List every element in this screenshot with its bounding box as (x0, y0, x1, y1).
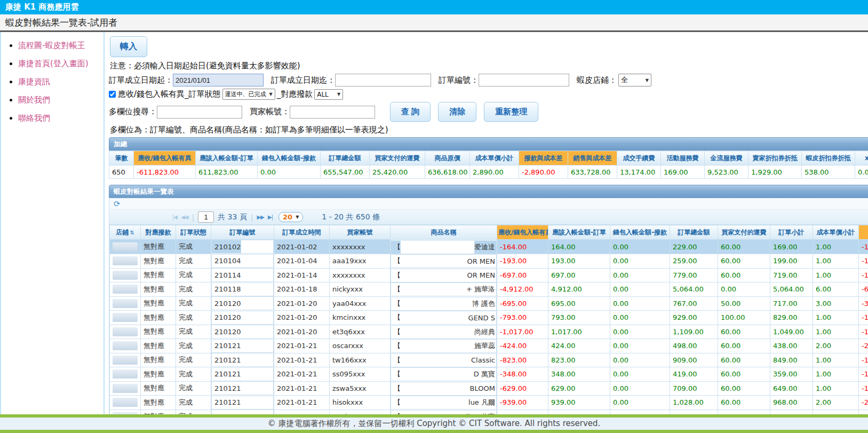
shop-select[interactable]: 全 ▼ (618, 74, 651, 86)
results-column-header[interactable]: 訂單狀態 (176, 225, 211, 240)
table-row[interactable]: 無對應完成2101202021-01-20yaa04xxx【博 護色-695.0… (110, 296, 868, 311)
results-column-header[interactable]: 錢包入帳金額-撥款 (610, 225, 670, 240)
multi-search-input[interactable] (157, 106, 242, 119)
results-column-header[interactable]: 訂單成立時間 (274, 225, 330, 240)
table-row[interactable]: 無對應完成2101222021-01-22noviaxxx【lker 萬寶-83… (110, 410, 868, 414)
censored-shop-name (113, 398, 138, 407)
censored-shop-name (113, 369, 138, 379)
cell-shop (110, 282, 141, 297)
cell-payout-cost-diff: -1. (859, 240, 868, 254)
totals-column-header: 應該入帳金額-訂單 (196, 151, 258, 166)
cell-wallet-amount: 0.00 (610, 396, 670, 410)
cell-payout-match: 無對應 (141, 367, 176, 382)
sidebar-link[interactable]: 康捷首頁(登入畫面) (18, 59, 89, 68)
search-button[interactable]: 查 詢 (390, 102, 431, 122)
product-name-right-fragment: GEND S (468, 314, 496, 322)
cell-order-status: 完成 (176, 311, 211, 325)
table-row[interactable]: 無對應完成2101022021-01-02xxxxxxxx【爱迪達-164.00… (110, 240, 868, 254)
cell-order-total: 498.00 (670, 339, 718, 353)
order-no-input[interactable] (479, 74, 569, 86)
refresh-icon[interactable]: ⟳ (114, 199, 121, 209)
results-column-header[interactable]: 應該入帳金額-訂單 (548, 225, 610, 240)
order-status-select[interactable]: 運送中、已完成 ▼ (222, 89, 275, 100)
cell-order-status: 完成 (176, 367, 211, 382)
date-from-input[interactable] (173, 74, 264, 86)
table-row[interactable]: 無對應完成2101182021-01-18nickyxxx【+ 施華洛-4,91… (110, 282, 868, 297)
record-range-label: 1 - 20 共 650 條 (322, 212, 380, 222)
results-column-header[interactable]: 訂單總金額 (670, 225, 718, 240)
table-row[interactable]: 無對應完成2101042021-01-04aaa19xxx【OR MEN-193… (110, 254, 868, 269)
cell-expected-amount: 424.00 (548, 339, 610, 353)
table-row[interactable]: 無對應完成2101212021-01-21ss095xxx【D 萬寶-348.0… (110, 367, 868, 382)
sidebar-link[interactable]: 關於我們 (18, 95, 50, 105)
sidebar-link[interactable]: 聯絡我們 (18, 113, 50, 123)
table-row[interactable]: 無對應完成2101202021-01-20kmcinxxx【GEND S-793… (110, 311, 868, 325)
refresh-button[interactable]: 重新整理 (484, 102, 538, 122)
filter-row-status: 應收/錢包入帳有異_訂單狀態 運送中、已完成 ▼ _對應撥款 ALL ▼ (109, 89, 868, 100)
cell-buyer-shipping: 60.00 (718, 353, 770, 367)
order-number-prefix: 210121 (214, 356, 241, 364)
layout: 流程圖-蝦皮對帳王康捷首頁(登入畫面)康捷資訊關於我們聯絡我們 轉入 注意：必須… (0, 32, 868, 414)
product-name-right-fragment: lue 凡爾 (468, 398, 496, 407)
sidebar-link[interactable]: 康捷資訊 (18, 77, 50, 86)
table-row[interactable]: 無對應完成2101212021-01-21zswa5xxx【BLOOM-629.… (110, 381, 868, 396)
results-column-header[interactable]: 買家帳號 (330, 225, 391, 240)
date-to-input[interactable] (335, 74, 431, 86)
product-name-right-fragment: + 施華洛 (466, 285, 496, 294)
order-number-prefix: 210120 (214, 328, 241, 336)
results-column-header[interactable]: 撥款與成本差 (859, 225, 868, 240)
diff-checkbox[interactable] (109, 91, 116, 98)
results-column-header[interactable]: 買家支付的運費 (718, 225, 770, 240)
clear-button[interactable]: 清除 (438, 102, 476, 122)
cell-buyer-account: noviaxxx (330, 410, 391, 414)
page-size-select[interactable]: 20 ▼ (278, 212, 303, 222)
sidebar-link[interactable]: 流程圖-蝦皮對帳王 (18, 41, 85, 50)
cell-payout-match: 無對應 (141, 282, 176, 297)
cell-order-subtotal: 829.00 (770, 311, 813, 325)
cell-order-total: 1,109.00 (670, 325, 718, 339)
table-row[interactable]: 無對應完成2101212021-01-21hisokxxx【lue 凡爾-939… (110, 396, 868, 410)
results-column-header[interactable]: 成本單價小計 (813, 225, 859, 240)
table-row[interactable]: 無對應完成2101212021-01-21oscarxxx【施華蕊-424.00… (110, 339, 868, 353)
date-notice: 注意：必須輸入日期起始日(避免資料量太多影響效能) (110, 61, 868, 71)
prev-page-icon[interactable]: ◀◀ (181, 214, 188, 220)
censored-area (401, 340, 474, 352)
cell-order-number: 210122 (211, 410, 274, 414)
cell-cost-subtotal: 1.00 (813, 325, 859, 339)
import-button[interactable]: 轉入 (110, 36, 147, 57)
cell-receivable-diff: -1,017.00 (497, 325, 548, 339)
cell-shop (110, 296, 141, 311)
last-page-icon[interactable]: ▶| (268, 214, 273, 220)
results-column-header[interactable]: 店鋪⇅ (110, 225, 141, 240)
next-page-icon[interactable]: ▶▶ (257, 214, 264, 220)
cell-payout-match: 無對應 (141, 396, 176, 410)
censored-area (241, 340, 273, 352)
page-number-input[interactable] (198, 211, 214, 223)
payout-select[interactable]: ALL ▼ (314, 89, 343, 100)
results-column-header[interactable]: 應收/錢包入帳有異 (497, 225, 548, 240)
results-column-header[interactable]: 商品名稱 (391, 225, 497, 240)
results-column-header[interactable]: 訂單編號 (211, 225, 274, 240)
cell-order-subtotal: 849.00 (770, 353, 813, 367)
cell-buyer-shipping: 100.00 (718, 311, 770, 325)
results-table: 店鋪⇅對應撥款訂單狀態訂單編號訂單成立時間買家帳號商品名稱應收/錢包入帳有異應該… (109, 225, 868, 414)
cell-order-created: 2021-01-21 (274, 367, 330, 382)
censored-area (401, 241, 474, 254)
totals-column-header: 活動服務費 (661, 151, 705, 166)
buyer-account-input[interactable] (290, 106, 375, 119)
first-page-icon[interactable]: |◀ (172, 214, 177, 220)
censored-area (241, 353, 273, 366)
totals-value: 9,523.00 (705, 166, 748, 179)
results-column-header[interactable]: 訂單小計 (770, 225, 813, 240)
cell-payout-cost-diff: -2. (859, 396, 868, 410)
cell-payout-cost-diff: -1. (859, 268, 868, 282)
results-column-header[interactable]: 對應撥款 (141, 225, 176, 240)
sidebar-item: 康捷首頁(登入畫面) (18, 59, 103, 69)
cell-receivable-diff: -823.00 (497, 353, 548, 367)
table-row[interactable]: 無對應完成2101142021-01-14xxxxxxxx【OR MEN-697… (110, 268, 868, 282)
sidebar-list: 流程圖-蝦皮對帳王康捷首頁(登入畫面)康捷資訊關於我們聯絡我們 (1, 41, 103, 123)
table-row[interactable]: 無對應完成2101202021-01-20et3q6xxx【尚經典-1,017.… (110, 325, 868, 339)
sort-icon[interactable]: ⇅ (130, 230, 134, 235)
totals-value: 25,420.00 (370, 166, 425, 179)
table-row[interactable]: 無對應完成2101212021-01-21tw166xxx【Classic-82… (110, 353, 868, 367)
